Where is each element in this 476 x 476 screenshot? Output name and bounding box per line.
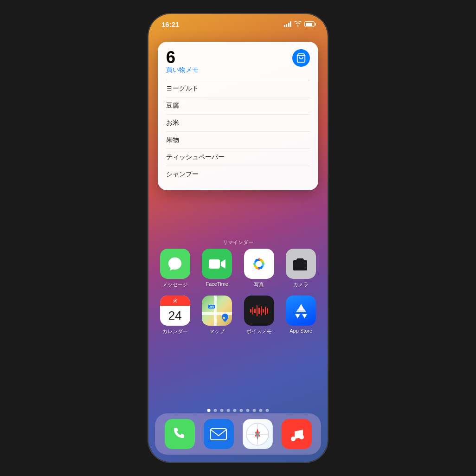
app-item-appstore[interactable]: App Store (284, 296, 319, 335)
page-dot-2[interactable] (220, 409, 224, 412)
page-dots (207, 409, 269, 412)
appstore-icon (286, 296, 316, 326)
app-item-maps[interactable]: 280 マップ (200, 296, 235, 335)
svg-point-10 (299, 263, 303, 267)
signal-icon (284, 21, 292, 27)
photos-label: 写真 (254, 281, 264, 288)
app-item-photos[interactable]: 写真 (242, 249, 277, 288)
dock-safari[interactable] (240, 419, 275, 449)
page-dot-5[interactable] (240, 409, 243, 412)
widget-item-2[interactable]: お米 (166, 115, 310, 132)
app-row-2: 火 24 カレンダー 280 (158, 296, 318, 335)
messages-label: メッセージ (162, 281, 188, 288)
wifi-icon (294, 20, 302, 28)
app-item-camera[interactable]: カメラ (284, 249, 319, 288)
page-dot-7[interactable] (253, 409, 256, 412)
svg-point-19 (299, 435, 304, 439)
maps-label: マップ (209, 328, 225, 335)
mail-icon (204, 419, 234, 449)
phone-icon (165, 419, 195, 449)
app-item-facetime[interactable]: FaceTime (200, 249, 235, 288)
app-item-voicememo[interactable]: ボイスメモ (242, 296, 277, 335)
facetime-label: FaceTime (206, 281, 229, 287)
widget-item-4[interactable]: ティッシュペーパー (166, 149, 310, 166)
phone-frame: 16:21 (148, 13, 328, 463)
widget-header: 6 買い物メモ (166, 49, 310, 78)
battery-icon (304, 21, 315, 27)
widget-item-3[interactable]: 果物 (166, 132, 310, 149)
widget-count: 6 (166, 49, 199, 66)
status-icons (284, 20, 315, 28)
svg-rect-1 (209, 259, 220, 269)
photos-icon (244, 249, 274, 279)
voicememo-icon (244, 296, 274, 326)
camera-label: カメラ (293, 281, 309, 288)
maps-icon: 280 (202, 296, 232, 326)
widget-title: 買い物メモ (166, 66, 199, 74)
reminder-label: リマインダー (223, 239, 253, 246)
status-bar: 16:21 (148, 14, 328, 34)
page-dot-8[interactable] (259, 409, 263, 412)
messages-icon (160, 249, 190, 279)
app-row-1: メッセージ FaceTime (158, 249, 318, 288)
voicememo-label: ボイスメモ (246, 328, 272, 335)
calendar-icon: 火 24 (160, 296, 190, 326)
safari-icon (243, 419, 273, 449)
app-grid: メッセージ FaceTime (148, 249, 328, 342)
status-time: 16:21 (161, 20, 179, 28)
calendar-label: カレンダー (162, 328, 188, 335)
page-dot-6[interactable] (246, 409, 250, 412)
app-item-calendar[interactable]: 火 24 カレンダー (158, 296, 193, 335)
page-dot-4[interactable] (233, 409, 237, 412)
widget-item-0[interactable]: ヨーグルト (166, 80, 310, 97)
svg-point-8 (256, 261, 262, 267)
screen: 16:21 (148, 14, 328, 462)
music-icon (282, 419, 312, 449)
page-dot-3[interactable] (227, 409, 230, 412)
app-item-messages[interactable]: メッセージ (158, 249, 193, 288)
dock-phone[interactable] (162, 419, 197, 449)
calendar-day: 火 (160, 296, 190, 306)
widget-item-5[interactable]: シャンプー (166, 166, 310, 183)
svg-point-18 (291, 437, 296, 441)
dock-mail[interactable] (201, 419, 236, 449)
svg-rect-11 (211, 429, 226, 440)
widget-item-1[interactable]: 豆腐 (166, 97, 310, 115)
facetime-icon (202, 249, 232, 279)
reminders-widget[interactable]: 6 買い物メモ ヨーグルト 豆腐 お米 果物 ティッシュペーパー シャンプー (158, 42, 318, 190)
page-dot-0[interactable] (207, 409, 211, 412)
dock (155, 413, 321, 455)
widget-basket-button[interactable] (292, 49, 310, 67)
page-dot-1[interactable] (214, 409, 217, 412)
page-dot-9[interactable] (266, 409, 269, 412)
dock-music[interactable] (279, 419, 314, 449)
calendar-date: 24 (160, 306, 190, 326)
appstore-label: App Store (289, 328, 312, 334)
camera-icon (286, 249, 316, 279)
